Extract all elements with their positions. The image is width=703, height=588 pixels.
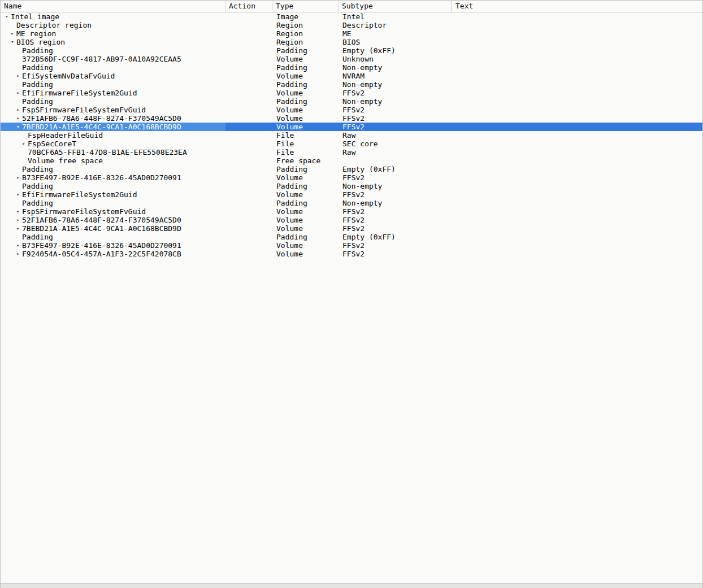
tree-row[interactable]: PaddingPaddingEmpty (0xFF) [1,233,702,241]
name-cell: ▸52F1AFB6-78A6-448F-8274-F370549AC5D0 [1,216,225,224]
column-header-type[interactable]: Type [272,1,339,12]
subtype-cell: Intel [339,12,452,21]
tree-indent [1,194,14,195]
expander-closed-icon[interactable]: ▸ [14,216,22,224]
item-name-label: 372B56DF-CC9F-4817-AB97-0A10A92CEAA5 [22,55,181,63]
action-cell [225,165,272,173]
tree-row[interactable]: ▸FspSecCoreTFileSEC core [1,140,702,148]
firmware-structure-tree: Name Action Type Subtype Text ▾Intel ima… [0,0,703,583]
name-cell: ▾BIOS region [1,38,225,46]
item-name-label: FspHeaderFileGuid [28,131,103,140]
action-cell [225,207,272,216]
tree-row[interactable]: ▸FspSFirmwareFileSystemFvGuidVolumeFFSv2 [1,106,702,114]
tree-indent [1,59,14,59]
expander-placeholder [8,21,16,29]
type-cell: Volume [272,250,339,258]
text-cell [452,21,702,29]
tree-row[interactable]: ▸EfiFirmwareFileSystem2GuidVolumeFFSv2 [1,190,702,199]
tree-row[interactable]: ▸F924054A-05C4-457A-A1F3-22C5F42078CBVol… [1,250,702,258]
expander-closed-icon[interactable]: ▸ [14,72,22,80]
tree-row[interactable]: ▸7BEBD21A-A1E5-4C4C-9CA1-A0C168BCBD9DVol… [1,224,702,233]
expander-closed-icon[interactable]: ▸ [14,241,22,250]
tree-indent [1,254,14,254]
tree-indent [1,84,14,85]
expander-open-icon[interactable]: ▾ [14,123,22,131]
tree-indent [1,237,14,237]
item-name-label: Padding [22,182,53,190]
tree-row[interactable]: ▸EfiFirmwareFileSystem2GuidVolumeFFSv2 [1,89,702,97]
type-cell: Volume [272,123,339,131]
tree-indent [1,101,14,102]
expander-closed-icon[interactable]: ▸ [14,106,22,114]
type-cell: Volume [272,241,339,250]
tree-row[interactable]: ▸EfiSystemNvDataFvGuidVolumeNVRAM [1,72,702,80]
expander-closed-icon[interactable]: ▸ [14,224,22,233]
expander-closed-icon[interactable]: ▸ [8,29,16,38]
subtype-cell [339,156,452,165]
tree-row[interactable]: ▾7BEBD21A-A1E5-4C4C-9CA1-A0C168BCBD9DVol… [1,123,702,131]
subtype-cell: Non-empty [339,199,452,207]
expander-placeholder [14,55,22,63]
tree-row[interactable]: PaddingPaddingNon-empty [1,80,702,89]
tree-row[interactable]: ▸52F1AFB6-78A6-448F-8274-F370549AC5D0Vol… [1,114,702,123]
name-cell: ▸FspSecCoreT [1,140,225,148]
column-header-text[interactable]: Text [452,1,702,12]
item-name-label: EfiFirmwareFileSystem2Guid [22,190,137,199]
tree-row[interactable]: Descriptor regionRegionDescriptor [1,21,702,29]
tree-row[interactable]: 372B56DF-CC9F-4817-AB97-0A10A92CEAA5Volu… [1,55,702,63]
tree-row[interactable]: ▸52F1AFB6-78A6-448F-8274-F370549AC5D0Vol… [1,216,702,224]
text-cell [452,46,702,55]
action-cell [225,63,272,72]
tree-row[interactable]: ▸ME regionRegionME [1,29,702,38]
expander-open-icon[interactable]: ▾ [3,12,11,21]
type-cell: File [272,140,339,148]
expander-closed-icon[interactable]: ▸ [14,89,22,97]
expander-closed-icon[interactable]: ▸ [20,140,28,148]
tree-row[interactable]: PaddingPaddingNon-empty [1,97,702,106]
tree-indent [1,211,14,212]
action-cell [225,233,272,241]
expander-placeholder [14,46,22,55]
action-cell [225,106,272,114]
expander-closed-icon[interactable]: ▸ [14,207,22,216]
tree-row[interactable]: ▸B73FE497-B92E-416E-8326-45AD0D270091Vol… [1,173,702,182]
column-header-action[interactable]: Action [225,1,272,12]
item-name-label: Padding [22,97,53,106]
expander-closed-icon[interactable]: ▸ [14,173,22,182]
tree-row[interactable]: PaddingPaddingNon-empty [1,182,702,190]
tree-row[interactable]: ▾Intel imageImageIntel [1,12,702,21]
subtype-cell: Empty (0xFF) [339,46,452,55]
tree-indent [1,110,14,110]
column-header-subtype[interactable]: Subtype [339,1,452,12]
tree-indent [1,186,14,186]
text-cell [452,207,702,216]
type-cell: Padding [272,233,339,241]
tree-row[interactable]: 70BCF6A5-FFB1-47D8-B1AE-EFE5508E23EAFile… [1,148,702,156]
text-cell [452,250,702,258]
expander-closed-icon[interactable]: ▸ [14,114,22,123]
action-cell [225,199,272,207]
action-cell [225,250,272,258]
tree-row[interactable]: PaddingPaddingEmpty (0xFF) [1,165,702,173]
tree-row[interactable]: ▸B73FE497-B92E-416E-8326-45AD0D270091Vol… [1,241,702,250]
item-name-label: B73FE497-B92E-416E-8326-45AD0D270091 [22,241,181,250]
type-cell: Free space [272,156,339,165]
action-cell [225,182,272,190]
name-cell: Descriptor region [1,21,225,29]
tree-row[interactable]: ▸FspSFirmwareFileSystemFvGuidVolumeFFSv2 [1,207,702,216]
action-cell [225,80,272,89]
expander-closed-icon[interactable]: ▸ [14,190,22,199]
tree-row[interactable]: ▾BIOS regionRegionBIOS [1,38,702,46]
column-header-name[interactable]: Name [1,1,225,12]
expander-open-icon[interactable]: ▾ [8,38,16,46]
expander-closed-icon[interactable]: ▸ [14,250,22,258]
tree-row[interactable]: Volume free spaceFree space [1,156,702,165]
action-cell [225,173,272,182]
item-name-label: FspSFirmwareFileSystemFvGuid [22,106,146,114]
tree-row[interactable]: PaddingPaddingEmpty (0xFF) [1,46,702,55]
tree-row[interactable]: PaddingPaddingNon-empty [1,199,702,207]
name-cell: ▸7BEBD21A-A1E5-4C4C-9CA1-A0C168BCBD9D [1,224,225,233]
tree-row[interactable]: FspHeaderFileGuidFileRaw [1,131,702,140]
type-cell: Volume [272,89,339,97]
tree-row[interactable]: PaddingPaddingNon-empty [1,63,702,72]
